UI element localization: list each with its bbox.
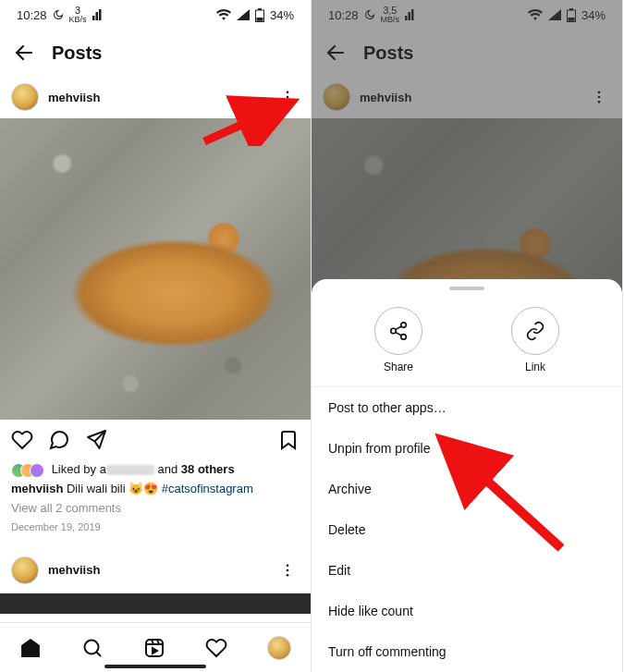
action-bar	[0, 420, 311, 460]
more-options-icon[interactable]	[275, 555, 300, 586]
svg-point-31	[598, 91, 601, 93]
share-button[interactable]: Share	[374, 307, 422, 373]
sheet-item-archive[interactable]: Archive	[312, 469, 622, 509]
svg-rect-2	[99, 9, 102, 20]
blurred-username	[106, 465, 154, 475]
wifi-icon	[528, 9, 543, 20]
sheet-item-delete[interactable]: Delete	[312, 509, 622, 550]
post-username[interactable]: mehviish	[48, 563, 266, 577]
post-username[interactable]: mehviish	[360, 91, 578, 104]
send-icon[interactable]	[85, 429, 107, 451]
svg-line-16	[97, 652, 102, 656]
svg-line-38	[396, 332, 401, 336]
post-header: mehviish	[312, 76, 622, 118]
bookmark-icon[interactable]	[277, 429, 300, 451]
page-title: Posts	[363, 43, 413, 64]
svg-rect-0	[92, 16, 95, 20]
link-icon	[511, 307, 559, 355]
back-icon[interactable]	[13, 42, 35, 64]
svg-rect-1	[95, 12, 98, 20]
profile-nav-icon[interactable]	[267, 636, 291, 660]
activity-icon[interactable]	[205, 637, 227, 659]
svg-point-8	[287, 96, 289, 99]
svg-point-12	[287, 564, 289, 567]
status-speed: 3 KB/s	[69, 6, 87, 24]
signal-icon	[548, 9, 561, 20]
sheet-item-unpin[interactable]: Unpin from profile	[312, 428, 622, 469]
svg-point-14	[287, 574, 289, 577]
sheet-item-post-other-apps[interactable]: Post to other apps…	[312, 387, 622, 428]
battery-text: 34%	[581, 8, 606, 22]
svg-point-9	[287, 101, 289, 104]
svg-point-15	[85, 640, 99, 654]
phone-right: 10:28 3,5 MB/s 34%	[312, 0, 623, 672]
next-post-image-sliver	[0, 593, 311, 614]
back-icon[interactable]	[324, 42, 347, 64]
view-comments[interactable]: View all 2 comments	[11, 499, 300, 519]
battery-icon	[255, 8, 264, 22]
status-time: 10:28	[17, 8, 47, 22]
share-icon	[374, 307, 422, 355]
bottom-sheet: Share Link Post to other apps… Unpin fro…	[312, 279, 622, 672]
moon-icon	[364, 9, 375, 20]
svg-point-32	[598, 96, 601, 99]
battery-text: 34%	[270, 8, 294, 22]
svg-rect-24	[405, 16, 408, 20]
sheet-item-hide-like[interactable]: Hide like count	[312, 591, 622, 631]
wifi-icon	[216, 9, 231, 20]
bar-icon	[92, 9, 102, 20]
sheet-item-turn-off-commenting[interactable]: Turn off commenting	[312, 631, 622, 672]
gesture-bar	[104, 665, 206, 668]
bar-icon	[405, 9, 414, 20]
caption-username[interactable]: mehviish	[11, 482, 63, 495]
caption: mehviish Dili wali bili 😺😍 #catsofinstag…	[11, 480, 300, 499]
more-options-icon[interactable]	[275, 81, 300, 113]
avatar[interactable]	[11, 556, 39, 584]
svg-rect-29	[568, 18, 574, 21]
avatar[interactable]	[323, 83, 350, 111]
moon-icon	[53, 9, 64, 20]
home-icon[interactable]	[19, 637, 42, 659]
status-bar: 10:28 3,5 MB/s 34%	[312, 0, 622, 30]
battery-icon	[567, 8, 576, 22]
link-button[interactable]: Link	[511, 307, 559, 373]
more-options-icon[interactable]	[587, 81, 611, 113]
comment-icon[interactable]	[48, 429, 70, 451]
svg-point-7	[287, 91, 289, 93]
svg-point-35	[391, 328, 397, 334]
svg-point-36	[401, 335, 407, 340]
signal-icon	[237, 9, 250, 20]
reels-icon[interactable]	[143, 637, 165, 659]
svg-rect-17	[146, 640, 163, 656]
post-header: mehviish	[0, 76, 311, 118]
sheet-handle[interactable]	[449, 287, 484, 290]
svg-rect-25	[409, 12, 411, 20]
heart-icon[interactable]	[11, 429, 33, 451]
header: Posts	[312, 30, 622, 76]
like-avatars	[11, 463, 44, 478]
hashtag[interactable]: #catsofinstagram	[162, 482, 253, 495]
svg-point-33	[598, 101, 601, 104]
svg-marker-21	[153, 648, 157, 654]
status-bar: 10:28 3 KB/s 34%	[0, 0, 311, 30]
search-nav-icon[interactable]	[81, 637, 104, 659]
status-time: 10:28	[328, 8, 359, 22]
svg-rect-5	[256, 18, 263, 21]
next-post-header: mehviish	[0, 549, 311, 592]
phone-left: 10:28 3 KB/s 34%	[0, 0, 312, 672]
likes-line[interactable]: Liked by a and 38 others	[11, 460, 300, 480]
svg-rect-26	[411, 9, 414, 20]
svg-line-37	[396, 326, 401, 330]
bottom-nav	[0, 622, 311, 672]
page-title: Posts	[52, 43, 102, 64]
post-image[interactable]	[0, 118, 311, 420]
svg-point-34	[401, 323, 407, 328]
post-date: December 19, 2019	[11, 519, 300, 536]
post-username[interactable]: mehviish	[48, 91, 266, 104]
sheet-item-edit[interactable]: Edit	[312, 550, 622, 591]
svg-point-13	[287, 569, 289, 572]
status-speed: 3,5 MB/s	[381, 6, 400, 24]
post-meta: Liked by a and 38 others mehviish Dili w…	[0, 460, 311, 536]
header: Posts	[0, 30, 311, 76]
avatar[interactable]	[11, 83, 39, 111]
